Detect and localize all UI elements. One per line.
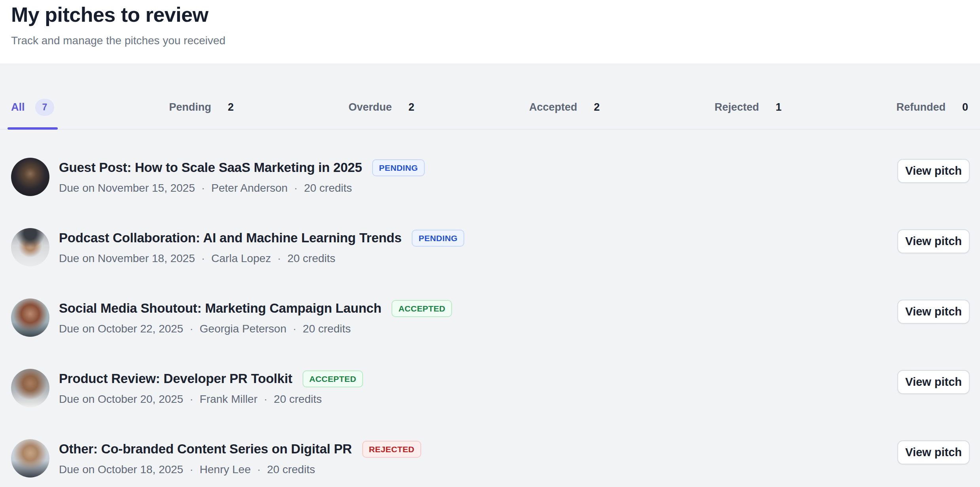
view-pitch-button[interactable]: View pitch — [897, 229, 970, 253]
tab-rejected-label: Rejected — [715, 101, 759, 113]
separator-dot: · — [294, 182, 297, 194]
pitch-meta: Due on October 18, 2025 · Henry Lee · 20… — [59, 463, 421, 476]
pitch-row: Guest Post: How to Scale SaaS Marketing … — [11, 142, 970, 212]
tab-overdue-count: 2 — [409, 101, 414, 113]
view-pitch-button[interactable]: View pitch — [897, 440, 970, 464]
avatar — [11, 298, 49, 337]
pitch-info: Guest Post: How to Scale SaaS Marketing … — [59, 159, 425, 194]
tab-refunded-count: 0 — [962, 101, 968, 113]
tab-accepted-label: Accepted — [529, 101, 577, 113]
avatar — [11, 439, 49, 478]
tab-overdue[interactable]: Overdue 2 — [348, 98, 414, 129]
pitch-meta: Due on November 18, 2025 · Carla Lopez ·… — [59, 252, 464, 265]
tab-refunded[interactable]: Refunded 0 — [896, 98, 968, 129]
separator-dot: · — [277, 252, 281, 265]
due-date: Due on November 15, 2025 — [59, 182, 195, 194]
due-date: Due on October 18, 2025 — [59, 463, 183, 476]
view-pitch-button[interactable]: View pitch — [897, 300, 970, 324]
author-name: Frank Miller — [200, 393, 257, 406]
credits: 20 credits — [303, 323, 351, 335]
pitch-meta: Due on October 22, 2025 · Georgia Peters… — [59, 323, 452, 335]
tab-rejected-inner: Rejected 1 — [715, 98, 782, 116]
view-pitch-button[interactable]: View pitch — [897, 370, 970, 394]
view-pitch-button[interactable]: View pitch — [897, 159, 970, 183]
pitch-title-line: Other: Co-branded Content Series on Digi… — [59, 441, 421, 458]
separator-dot: · — [201, 252, 205, 265]
pitch-title-line: Social Media Shoutout: Marketing Campaig… — [59, 300, 452, 317]
credits: 20 credits — [304, 182, 352, 194]
separator-dot: · — [189, 323, 193, 335]
tab-all[interactable]: All 7 — [11, 98, 54, 129]
tab-accepted-count: 2 — [594, 101, 600, 113]
author-name: Georgia Peterson — [200, 323, 286, 335]
due-date: Due on October 22, 2025 — [59, 323, 183, 335]
tab-all-count-badge: 7 — [35, 99, 55, 116]
avatar — [11, 228, 49, 266]
status-badge: ACCEPTED — [303, 370, 363, 387]
pitch-info: Other: Co-branded Content Series on Digi… — [59, 441, 421, 476]
pitch-row: Social Media Shoutout: Marketing Campaig… — [11, 282, 970, 353]
tab-pending[interactable]: Pending 2 — [169, 98, 234, 129]
avatar — [11, 369, 49, 407]
pitch-info: Product Review: Developer PR Toolkit ACC… — [59, 370, 363, 406]
tab-overdue-label: Overdue — [348, 101, 392, 113]
tab-accepted[interactable]: Accepted 2 — [529, 98, 600, 129]
tab-refunded-label: Refunded — [896, 101, 946, 113]
pitch-meta: Due on October 20, 2025 · Frank Miller ·… — [59, 393, 363, 406]
tab-accepted-inner: Accepted 2 — [529, 98, 600, 116]
credits: 20 credits — [288, 252, 335, 265]
author-name: Henry Lee — [200, 463, 251, 476]
due-date: Due on November 18, 2025 — [59, 252, 195, 265]
pitch-row: Podcast Collaboration: AI and Machine Le… — [11, 212, 970, 282]
pitch-title-line: Product Review: Developer PR Toolkit ACC… — [59, 370, 363, 387]
pitch-title: Social Media Shoutout: Marketing Campaig… — [59, 301, 381, 316]
tab-rejected[interactable]: Rejected 1 — [715, 98, 782, 129]
pitch-row: Product Review: Developer PR Toolkit ACC… — [11, 353, 970, 423]
pitch-row: Other: Co-branded Content Series on Digi… — [11, 423, 970, 487]
pitch-title: Other: Co-branded Content Series on Digi… — [59, 442, 352, 457]
due-date: Due on October 20, 2025 — [59, 393, 183, 406]
page-header: My pitches to review Track and manage th… — [0, 0, 980, 64]
separator-dot: · — [264, 393, 267, 406]
separator-dot: · — [189, 393, 193, 406]
pitch-info: Podcast Collaboration: AI and Machine Le… — [59, 230, 464, 265]
status-badge: ACCEPTED — [392, 300, 452, 317]
pitch-meta: Due on November 15, 2025 · Peter Anderso… — [59, 182, 425, 194]
pitch-list: Guest Post: How to Scale SaaS Marketing … — [0, 142, 980, 487]
tab-all-inner: All 7 — [11, 98, 54, 116]
tab-all-label: All — [11, 101, 25, 113]
pitch-title: Product Review: Developer PR Toolkit — [59, 371, 292, 386]
separator-dot: · — [201, 182, 205, 194]
separator-dot: · — [189, 463, 193, 476]
pitch-title-line: Guest Post: How to Scale SaaS Marketing … — [59, 159, 425, 176]
page-subtitle: Track and manage the pitches you receive… — [11, 34, 968, 47]
tab-overdue-inner: Overdue 2 — [348, 98, 414, 116]
credits: 20 credits — [274, 393, 322, 406]
credits: 20 credits — [267, 463, 315, 476]
pitch-title-line: Podcast Collaboration: AI and Machine Le… — [59, 230, 464, 247]
separator-dot: · — [257, 463, 261, 476]
pitch-info: Social Media Shoutout: Marketing Campaig… — [59, 300, 452, 335]
pitch-title: Podcast Collaboration: AI and Machine Le… — [59, 230, 401, 245]
tab-pending-label: Pending — [169, 101, 211, 113]
status-badge: PENDING — [372, 159, 424, 176]
tab-pending-count: 2 — [228, 101, 234, 113]
page-title: My pitches to review — [11, 2, 968, 27]
status-tabbar: All 7 Pending 2 Overdue 2 Accepted 2 Rej… — [0, 98, 980, 130]
pitch-title: Guest Post: How to Scale SaaS Marketing … — [59, 160, 362, 175]
author-name: Peter Anderson — [211, 182, 288, 194]
tab-rejected-count: 1 — [776, 101, 781, 113]
separator-dot: · — [293, 323, 296, 335]
author-name: Carla Lopez — [211, 252, 271, 265]
status-badge: REJECTED — [362, 441, 421, 458]
avatar — [11, 158, 49, 196]
status-badge: PENDING — [412, 230, 464, 247]
tab-refunded-inner: Refunded 0 — [896, 98, 968, 116]
tab-pending-inner: Pending 2 — [169, 98, 234, 116]
